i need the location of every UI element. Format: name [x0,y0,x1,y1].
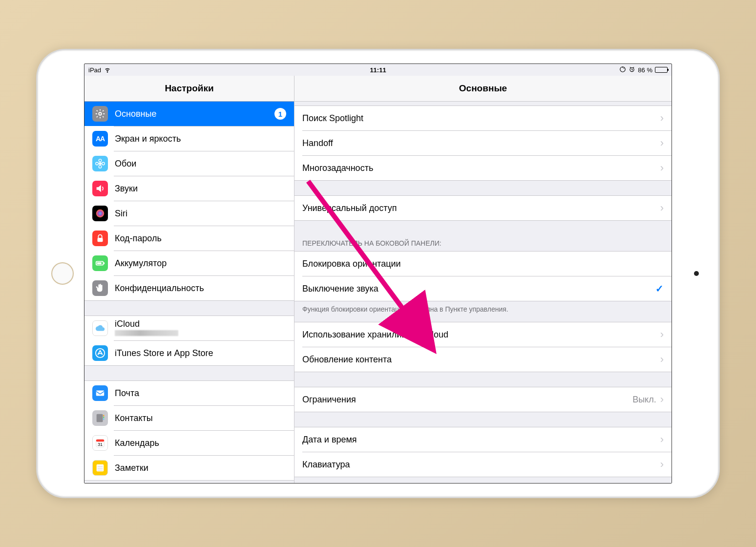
orientation-lock-icon [619,66,626,74]
gear-icon [92,106,108,122]
svg-point-7 [102,162,105,165]
settings-sidebar: Настройки Основные1AAЭкран и яркостьОбои… [84,76,294,483]
chevron-right-icon: › [660,112,664,125]
flower-icon [92,156,108,171]
svg-rect-14 [96,391,105,396]
cloud-icon [92,320,108,336]
section-header: ПЕРЕКЛЮЧАТЕЛЬ НА БОКОВОЙ ПАНЕЛИ: [294,235,672,251]
detail-row-restrictions[interactable]: ОграниченияВыкл.› [294,387,672,412]
detail-row-storage[interactable]: Использование хранилища и iCloud› [294,322,672,347]
row-value: Выкл. [632,395,656,405]
battery-percentage: 86 % [638,66,652,74]
row-label: Поиск Spotlight [302,113,656,124]
detail-row-spotlight[interactable]: Поиск Spotlight› [294,106,672,130]
calendar-icon: 31 [92,435,108,451]
sidebar-item-display[interactable]: AAЭкран и яркость [84,126,294,151]
row-label: Клавиатура [302,460,656,470]
row-label: Использование хранилища и iCloud [302,330,656,340]
svg-point-8 [96,210,105,218]
envelope-icon [92,385,108,401]
sidebar-item-label: Экран и яркость [115,134,286,144]
icloud-account-label [115,330,286,337]
detail-row-datetime[interactable]: Дата и время› [294,427,672,452]
row-label: Обновление контента [302,355,656,365]
sidebar-item-calendar[interactable]: 31Календарь [84,431,294,455]
detail-row-handoff[interactable]: Handoff› [294,131,672,155]
row-label: Ограничения [302,395,632,405]
battery-icon [655,67,668,73]
chevron-right-icon: › [660,137,664,149]
chevron-right-icon: › [660,328,664,341]
svg-point-3 [99,162,102,165]
checkmark-icon: ✓ [655,283,664,295]
sidebar-item-label: Контакты [115,413,286,423]
svg-text:31: 31 [98,442,103,447]
detail-row-refresh[interactable]: Обновление контента› [294,347,672,372]
appstore-icon [92,345,108,361]
sidebar-item-label: Обои [115,159,286,169]
svg-rect-17 [103,417,104,418]
row-label: Дата и время [302,435,656,445]
sidebar-item-battery[interactable]: Аккумулятор [84,251,294,275]
sidebar-item-itunes[interactable]: iTunes Store и App Store [84,341,294,365]
sidebar-item-icloud[interactable]: iCloud [84,316,294,340]
row-label: Универсальный доступ [302,203,656,213]
speaker-icon [92,181,108,196]
siri-icon [92,206,108,221]
sidebar-item-label: Календарь [115,438,286,448]
svg-rect-9 [98,238,103,242]
sidebar-item-privacy[interactable]: Конфиденциальность [84,276,294,300]
sidebar-item-label: Код-пароль [115,233,286,244]
status-device-label: iPad [88,66,101,74]
sidebar-item-mail[interactable]: Почта [84,381,294,405]
front-camera [694,271,699,276]
aa-icon: AA [92,131,108,147]
sidebar-item-passcode[interactable]: Код-пароль [84,226,294,251]
svg-rect-20 [96,440,105,442]
row-label: Блокировка ориентации [302,259,664,269]
screen: iPad 11:11 86 % Настройки Ос [84,63,672,484]
status-bar: iPad 11:11 86 % [84,64,672,76]
sidebar-item-notes[interactable]: Заметки [84,456,294,480]
sidebar-item-label: Заметки [115,463,286,473]
sidebar-item-sounds[interactable]: Звуки [84,176,294,201]
notes-icon [92,460,108,476]
svg-point-6 [96,162,99,165]
chevron-right-icon: › [660,393,664,406]
home-button[interactable] [51,262,74,285]
settings-detail: Основные Поиск Spotlight›Handoff›Многоза… [294,76,672,483]
svg-rect-22 [97,464,104,472]
row-label: Handoff [302,138,656,148]
detail-row-accessibility[interactable]: Универсальный доступ› [294,196,672,220]
svg-point-4 [99,159,102,162]
contacts-icon [92,410,108,426]
detail-row-lockrot[interactable]: Блокировка ориентации [294,252,672,276]
sidebar-item-label: Конфиденциальность [115,283,286,294]
svg-rect-15 [97,414,103,422]
detail-title: Основные [294,76,672,102]
sidebar-item-label: Почта [115,388,286,399]
sidebar-item-wallpaper[interactable]: Обои [84,151,294,176]
detail-row-keyboard[interactable]: Клавиатура› [294,452,672,477]
detail-row-multitask[interactable]: Многозадачность› [294,156,672,180]
section-footer: Функция блокировки ориентации доступна в… [294,301,672,322]
sidebar-item-label: Звуки [115,184,286,194]
sidebar-item-label: Siri [115,209,286,219]
wifi-icon [104,65,111,75]
status-time: 11:11 [370,66,386,74]
svg-rect-12 [97,262,102,264]
sidebar-item-label: Аккумулятор [115,258,286,269]
row-label: Многозадачность [302,163,656,173]
chevron-right-icon: › [660,433,664,446]
detail-row-mute[interactable]: Выключение звука✓ [294,276,672,301]
hand-icon [92,280,108,296]
sidebar-item-general[interactable]: Основные1 [84,102,294,126]
alarm-icon [629,66,635,74]
svg-rect-11 [104,262,105,264]
sidebar-item-contacts[interactable]: Контакты [84,406,294,430]
sidebar-item-siri[interactable]: Siri [84,201,294,226]
chevron-right-icon: › [660,202,664,214]
battery-icon [92,255,108,271]
ipad-frame: iPad 11:11 86 % Настройки Ос [36,49,720,498]
chevron-right-icon: › [660,353,664,366]
